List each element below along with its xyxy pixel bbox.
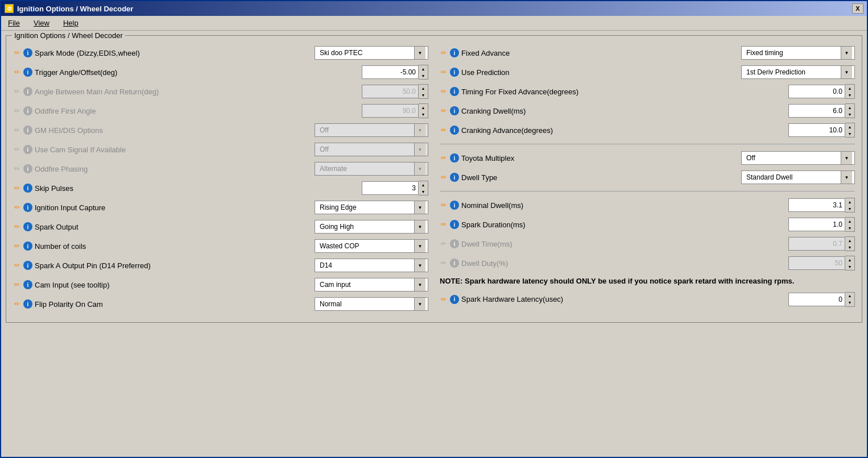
pencil-icon[interactable]: ✏: [13, 300, 21, 308]
spark-hw-latency-input[interactable]: [788, 293, 845, 306]
nominal-dwell-input[interactable]: [788, 198, 845, 212]
info-icon[interactable]: i: [23, 203, 32, 212]
dropdown-arrow-icon[interactable]: ▼: [841, 152, 852, 164]
pencil-icon[interactable]: ✏: [440, 295, 448, 303]
pencil-icon[interactable]: ✏: [440, 154, 448, 162]
timing-fixed-up-button[interactable]: ▲: [845, 85, 854, 91]
number-of-coils-select[interactable]: Wasted COP▼: [315, 239, 428, 253]
dropdown-arrow-icon: ▼: [414, 143, 425, 156]
skip-pulses-input[interactable]: [362, 181, 419, 195]
pencil-icon[interactable]: ✏: [13, 184, 21, 192]
skip-pulses-down-button[interactable]: ▼: [419, 188, 428, 195]
pencil-icon[interactable]: ✏: [13, 88, 21, 95]
spark-mode-select[interactable]: Ski doo PTEC▼: [315, 46, 428, 60]
pencil-icon[interactable]: ✏: [440, 107, 448, 115]
cranking-advance-spinner: ▲▼: [788, 123, 855, 138]
dropdown-arrow-icon[interactable]: ▼: [414, 240, 425, 252]
dwell-type-select[interactable]: Standard Dwell▼: [741, 170, 855, 184]
spark-duration-input[interactable]: [788, 218, 845, 231]
info-icon[interactable]: i: [23, 48, 32, 57]
flip-polarity-select[interactable]: Normal▼: [315, 297, 428, 311]
pencil-icon[interactable]: ✏: [440, 240, 448, 248]
info-icon[interactable]: i: [450, 48, 459, 57]
spark-output-select[interactable]: Going High▼: [315, 220, 428, 234]
info-icon[interactable]: i: [450, 126, 459, 135]
cranking-advance-down-button[interactable]: ▼: [845, 130, 854, 137]
info-icon[interactable]: i: [23, 184, 32, 193]
info-icon[interactable]: i: [23, 280, 32, 289]
timing-fixed-input[interactable]: [788, 85, 845, 98]
pencil-icon[interactable]: ✏: [13, 49, 21, 57]
pencil-icon[interactable]: ✏: [13, 261, 21, 269]
pencil-icon[interactable]: ✏: [440, 126, 448, 134]
info-icon[interactable]: i: [450, 153, 459, 163]
info-icon[interactable]: i: [450, 295, 459, 304]
dropdown-arrow-icon[interactable]: ▼: [414, 259, 425, 272]
info-icon[interactable]: i: [23, 261, 32, 270]
info-icon[interactable]: i: [23, 242, 32, 251]
info-icon[interactable]: i: [23, 299, 32, 309]
dropdown-arrow-icon[interactable]: ▼: [414, 47, 425, 59]
pencil-icon[interactable]: ✏: [440, 259, 448, 267]
spark-a-output-select[interactable]: D14▼: [315, 259, 428, 272]
pencil-icon[interactable]: ✏: [440, 88, 448, 95]
pencil-icon[interactable]: ✏: [440, 201, 448, 209]
spark-hw-latency-up-button[interactable]: ▲: [845, 293, 854, 299]
trigger-angle-down-button[interactable]: ▼: [419, 72, 428, 79]
dropdown-arrow-icon[interactable]: ▼: [841, 171, 852, 184]
close-button[interactable]: X: [852, 3, 863, 14]
pencil-icon[interactable]: ✏: [13, 242, 21, 250]
spark-a-output-label-group: ✏iSpark A Output Pin (D14 Preferred): [13, 261, 315, 270]
cranking-dwell-down-button[interactable]: ▼: [845, 111, 854, 118]
spark-duration-up-button[interactable]: ▲: [845, 218, 854, 224]
cranking-advance-input[interactable]: [788, 123, 845, 137]
pencil-icon[interactable]: ✏: [13, 165, 21, 173]
cranking-advance-up-button[interactable]: ▲: [845, 123, 854, 130]
pencil-icon[interactable]: ✏: [440, 49, 448, 57]
cam-input-select[interactable]: Cam input▼: [315, 278, 428, 292]
pencil-icon[interactable]: ✏: [13, 281, 21, 289]
info-icon[interactable]: i: [450, 220, 459, 229]
pencil-icon[interactable]: ✏: [13, 68, 21, 76]
cranking-dwell-up-button[interactable]: ▲: [845, 104, 854, 111]
info-icon[interactable]: i: [450, 201, 459, 210]
info-icon[interactable]: i: [450, 68, 459, 77]
dropdown-arrow-icon[interactable]: ▼: [414, 278, 425, 291]
dropdown-arrow-icon[interactable]: ▼: [414, 298, 425, 310]
nominal-dwell-down-button[interactable]: ▼: [845, 205, 854, 212]
toyota-multiplex-select[interactable]: Off▼: [741, 151, 855, 165]
spark-hw-latency-down-button[interactable]: ▼: [845, 299, 854, 306]
pencil-icon[interactable]: ✏: [440, 220, 448, 228]
pencil-icon[interactable]: ✏: [13, 203, 21, 211]
menu-view[interactable]: View: [31, 18, 52, 28]
trigger-angle-input[interactable]: [362, 65, 419, 79]
trigger-angle-up-button[interactable]: ▲: [419, 65, 428, 72]
right-panel: ✏iFixed AdvanceFixed timing▼✏iUse Predic…: [440, 45, 855, 315]
angle-between-input: [362, 85, 419, 98]
info-icon[interactable]: i: [23, 222, 32, 231]
pencil-icon[interactable]: ✏: [13, 107, 21, 115]
skip-pulses-up-button[interactable]: ▲: [419, 181, 428, 188]
menu-help[interactable]: Help: [61, 18, 81, 28]
dropdown-arrow-icon[interactable]: ▼: [841, 47, 852, 59]
pencil-icon[interactable]: ✏: [440, 68, 448, 76]
pencil-icon[interactable]: ✏: [440, 173, 448, 181]
pencil-icon[interactable]: ✏: [13, 223, 21, 231]
spark-duration-down-button[interactable]: ▼: [845, 224, 854, 231]
menu-file[interactable]: File: [6, 18, 22, 28]
dropdown-arrow-icon[interactable]: ▼: [414, 220, 425, 233]
timing-fixed-down-button[interactable]: ▼: [845, 91, 854, 98]
info-icon[interactable]: i: [450, 87, 459, 96]
info-icon[interactable]: i: [450, 173, 459, 182]
fixed-advance-select[interactable]: Fixed timing▼: [741, 46, 855, 60]
pencil-icon[interactable]: ✏: [13, 126, 21, 134]
ignition-input-capture-select[interactable]: Rising Edge▼: [315, 201, 428, 214]
nominal-dwell-up-button[interactable]: ▲: [845, 198, 854, 205]
pencil-icon[interactable]: ✏: [13, 145, 21, 153]
dropdown-arrow-icon[interactable]: ▼: [414, 201, 425, 214]
info-icon[interactable]: i: [450, 106, 459, 115]
dropdown-arrow-icon[interactable]: ▼: [841, 66, 852, 78]
info-icon[interactable]: i: [23, 68, 32, 77]
cranking-dwell-input[interactable]: [788, 104, 845, 118]
use-prediction-select[interactable]: 1st Deriv Prediction▼: [741, 65, 855, 79]
